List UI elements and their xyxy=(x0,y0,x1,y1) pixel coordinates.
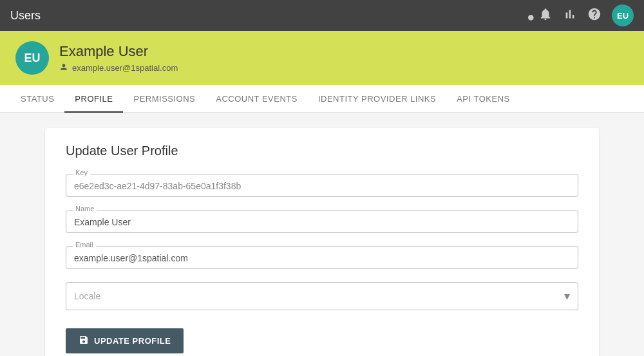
user-banner: EU Example User example.user@1spatial.co… xyxy=(0,31,644,85)
tab-api-tokens[interactable]: API TOKENS xyxy=(446,85,520,113)
key-input[interactable] xyxy=(74,180,570,192)
bar-chart-icon[interactable] xyxy=(563,7,577,24)
name-input[interactable] xyxy=(74,216,570,229)
name-label: Name xyxy=(73,205,97,212)
save-icon xyxy=(79,335,89,347)
top-bar: Users ● EU xyxy=(0,0,644,31)
locale-dropdown[interactable]: Locale ▾ xyxy=(66,282,578,310)
locale-label: Locale xyxy=(74,291,100,301)
bell-icon[interactable]: ● xyxy=(527,7,553,24)
help-icon[interactable] xyxy=(587,7,601,24)
form-title: Update User Profile xyxy=(66,144,578,158)
banner-user-name: Example User xyxy=(59,43,178,60)
tab-identity-provider-links[interactable]: IDENTITY PROVIDER LINKS xyxy=(308,85,446,113)
tab-account-events[interactable]: ACCOUNT EVENTS xyxy=(205,85,308,113)
email-input[interactable] xyxy=(74,252,570,265)
person-icon xyxy=(59,62,68,73)
update-profile-label: UPDATE PROFILE xyxy=(94,336,171,346)
email-field-group: Email xyxy=(66,246,578,269)
tab-profile[interactable]: PROFILE xyxy=(64,85,123,113)
tab-status[interactable]: STATUS xyxy=(10,85,64,113)
top-bar-icons: ● EU xyxy=(527,5,634,26)
main-content: Update User Profile Key Name Email Local… xyxy=(0,113,644,356)
form-card: Update User Profile Key Name Email Local… xyxy=(45,128,599,356)
chevron-down-icon: ▾ xyxy=(564,289,570,303)
update-profile-button[interactable]: UPDATE PROFILE xyxy=(66,328,184,353)
key-label: Key xyxy=(73,169,90,176)
banner-avatar: EU xyxy=(15,41,49,75)
email-label: Email xyxy=(73,241,96,248)
app-title: Users xyxy=(10,9,41,23)
user-avatar-topbar[interactable]: EU xyxy=(612,5,634,26)
banner-email-text: example.user@1spatial.com xyxy=(72,63,178,73)
tab-permissions[interactable]: PERMISSIONS xyxy=(123,85,205,113)
banner-email: example.user@1spatial.com xyxy=(59,62,178,73)
tab-bar: STATUS PROFILE PERMISSIONS ACCOUNT EVENT… xyxy=(0,85,644,113)
banner-info: Example User example.user@1spatial.com xyxy=(59,43,178,73)
key-field-group: Key xyxy=(66,174,578,197)
name-field-group: Name xyxy=(66,210,578,233)
